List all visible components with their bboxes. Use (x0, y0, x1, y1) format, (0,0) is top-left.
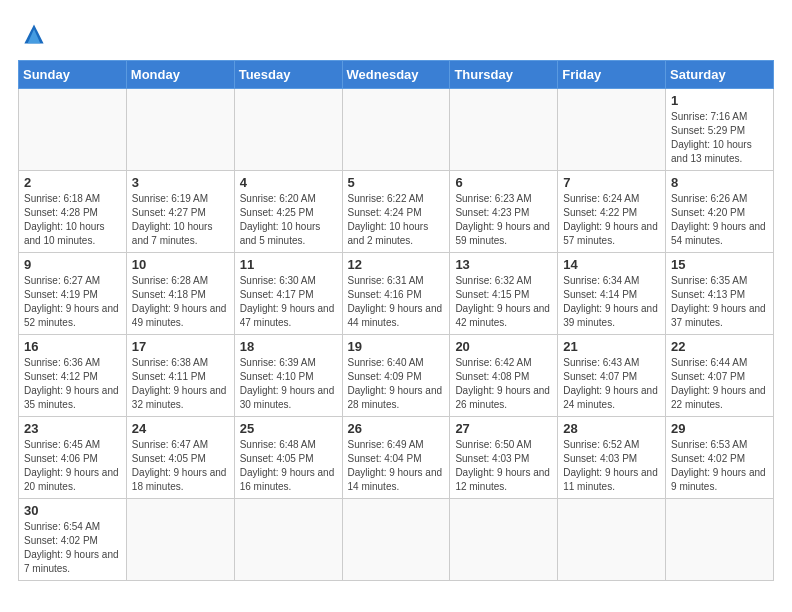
day-number: 7 (563, 175, 660, 190)
day-cell (450, 89, 558, 171)
day-info: Sunrise: 6:28 AM Sunset: 4:18 PM Dayligh… (132, 274, 229, 330)
day-info: Sunrise: 6:36 AM Sunset: 4:12 PM Dayligh… (24, 356, 121, 412)
day-number: 20 (455, 339, 552, 354)
day-info: Sunrise: 6:52 AM Sunset: 4:03 PM Dayligh… (563, 438, 660, 494)
day-cell: 26Sunrise: 6:49 AM Sunset: 4:04 PM Dayli… (342, 417, 450, 499)
day-info: Sunrise: 6:23 AM Sunset: 4:23 PM Dayligh… (455, 192, 552, 248)
day-cell: 19Sunrise: 6:40 AM Sunset: 4:09 PM Dayli… (342, 335, 450, 417)
weekday-header-row: SundayMondayTuesdayWednesdayThursdayFrid… (19, 61, 774, 89)
day-cell: 24Sunrise: 6:47 AM Sunset: 4:05 PM Dayli… (126, 417, 234, 499)
day-cell: 23Sunrise: 6:45 AM Sunset: 4:06 PM Dayli… (19, 417, 127, 499)
day-cell: 10Sunrise: 6:28 AM Sunset: 4:18 PM Dayli… (126, 253, 234, 335)
weekday-header-tuesday: Tuesday (234, 61, 342, 89)
day-cell (342, 89, 450, 171)
day-info: Sunrise: 6:38 AM Sunset: 4:11 PM Dayligh… (132, 356, 229, 412)
day-number: 9 (24, 257, 121, 272)
header (18, 18, 774, 50)
day-cell: 2Sunrise: 6:18 AM Sunset: 4:28 PM Daylig… (19, 171, 127, 253)
weekday-header-friday: Friday (558, 61, 666, 89)
day-info: Sunrise: 6:45 AM Sunset: 4:06 PM Dayligh… (24, 438, 121, 494)
day-cell: 1Sunrise: 7:16 AM Sunset: 5:29 PM Daylig… (666, 89, 774, 171)
day-info: Sunrise: 6:49 AM Sunset: 4:04 PM Dayligh… (348, 438, 445, 494)
day-info: Sunrise: 6:53 AM Sunset: 4:02 PM Dayligh… (671, 438, 768, 494)
day-number: 3 (132, 175, 229, 190)
day-number: 11 (240, 257, 337, 272)
day-cell: 6Sunrise: 6:23 AM Sunset: 4:23 PM Daylig… (450, 171, 558, 253)
day-number: 17 (132, 339, 229, 354)
day-number: 18 (240, 339, 337, 354)
day-number: 8 (671, 175, 768, 190)
day-info: Sunrise: 6:27 AM Sunset: 4:19 PM Dayligh… (24, 274, 121, 330)
day-number: 25 (240, 421, 337, 436)
weekday-header-thursday: Thursday (450, 61, 558, 89)
day-number: 10 (132, 257, 229, 272)
day-info: Sunrise: 6:26 AM Sunset: 4:20 PM Dayligh… (671, 192, 768, 248)
day-info: Sunrise: 6:48 AM Sunset: 4:05 PM Dayligh… (240, 438, 337, 494)
day-number: 13 (455, 257, 552, 272)
day-cell (234, 499, 342, 581)
week-row-3: 9Sunrise: 6:27 AM Sunset: 4:19 PM Daylig… (19, 253, 774, 335)
day-number: 22 (671, 339, 768, 354)
day-info: Sunrise: 6:31 AM Sunset: 4:16 PM Dayligh… (348, 274, 445, 330)
week-row-5: 23Sunrise: 6:45 AM Sunset: 4:06 PM Dayli… (19, 417, 774, 499)
week-row-2: 2Sunrise: 6:18 AM Sunset: 4:28 PM Daylig… (19, 171, 774, 253)
day-number: 23 (24, 421, 121, 436)
day-cell (126, 499, 234, 581)
day-info: Sunrise: 6:44 AM Sunset: 4:07 PM Dayligh… (671, 356, 768, 412)
day-cell: 22Sunrise: 6:44 AM Sunset: 4:07 PM Dayli… (666, 335, 774, 417)
day-number: 30 (24, 503, 121, 518)
weekday-header-saturday: Saturday (666, 61, 774, 89)
day-info: Sunrise: 6:39 AM Sunset: 4:10 PM Dayligh… (240, 356, 337, 412)
day-info: Sunrise: 6:42 AM Sunset: 4:08 PM Dayligh… (455, 356, 552, 412)
day-cell: 3Sunrise: 6:19 AM Sunset: 4:27 PM Daylig… (126, 171, 234, 253)
week-row-6: 30Sunrise: 6:54 AM Sunset: 4:02 PM Dayli… (19, 499, 774, 581)
day-number: 26 (348, 421, 445, 436)
calendar: SundayMondayTuesdayWednesdayThursdayFrid… (18, 60, 774, 581)
day-info: Sunrise: 6:19 AM Sunset: 4:27 PM Dayligh… (132, 192, 229, 248)
day-number: 27 (455, 421, 552, 436)
day-cell: 16Sunrise: 6:36 AM Sunset: 4:12 PM Dayli… (19, 335, 127, 417)
day-cell: 17Sunrise: 6:38 AM Sunset: 4:11 PM Dayli… (126, 335, 234, 417)
day-number: 29 (671, 421, 768, 436)
day-cell: 20Sunrise: 6:42 AM Sunset: 4:08 PM Dayli… (450, 335, 558, 417)
week-row-4: 16Sunrise: 6:36 AM Sunset: 4:12 PM Dayli… (19, 335, 774, 417)
day-info: Sunrise: 6:43 AM Sunset: 4:07 PM Dayligh… (563, 356, 660, 412)
day-info: Sunrise: 6:30 AM Sunset: 4:17 PM Dayligh… (240, 274, 337, 330)
day-info: Sunrise: 6:18 AM Sunset: 4:28 PM Dayligh… (24, 192, 121, 248)
day-info: Sunrise: 6:54 AM Sunset: 4:02 PM Dayligh… (24, 520, 121, 576)
logo (18, 18, 54, 50)
day-cell: 13Sunrise: 6:32 AM Sunset: 4:15 PM Dayli… (450, 253, 558, 335)
day-cell: 11Sunrise: 6:30 AM Sunset: 4:17 PM Dayli… (234, 253, 342, 335)
day-number: 15 (671, 257, 768, 272)
logo-icon (18, 18, 50, 50)
day-cell: 28Sunrise: 6:52 AM Sunset: 4:03 PM Dayli… (558, 417, 666, 499)
day-cell (558, 499, 666, 581)
day-cell: 8Sunrise: 6:26 AM Sunset: 4:20 PM Daylig… (666, 171, 774, 253)
day-number: 12 (348, 257, 445, 272)
day-cell: 25Sunrise: 6:48 AM Sunset: 4:05 PM Dayli… (234, 417, 342, 499)
day-cell: 21Sunrise: 6:43 AM Sunset: 4:07 PM Dayli… (558, 335, 666, 417)
day-number: 2 (24, 175, 121, 190)
day-cell: 18Sunrise: 6:39 AM Sunset: 4:10 PM Dayli… (234, 335, 342, 417)
day-number: 24 (132, 421, 229, 436)
weekday-header-sunday: Sunday (19, 61, 127, 89)
day-cell (558, 89, 666, 171)
day-cell (342, 499, 450, 581)
day-number: 28 (563, 421, 660, 436)
day-cell: 7Sunrise: 6:24 AM Sunset: 4:22 PM Daylig… (558, 171, 666, 253)
day-cell: 5Sunrise: 6:22 AM Sunset: 4:24 PM Daylig… (342, 171, 450, 253)
day-info: Sunrise: 6:40 AM Sunset: 4:09 PM Dayligh… (348, 356, 445, 412)
day-info: Sunrise: 7:16 AM Sunset: 5:29 PM Dayligh… (671, 110, 768, 166)
page: SundayMondayTuesdayWednesdayThursdayFrid… (0, 0, 792, 591)
weekday-header-monday: Monday (126, 61, 234, 89)
day-info: Sunrise: 6:32 AM Sunset: 4:15 PM Dayligh… (455, 274, 552, 330)
day-info: Sunrise: 6:22 AM Sunset: 4:24 PM Dayligh… (348, 192, 445, 248)
day-cell: 29Sunrise: 6:53 AM Sunset: 4:02 PM Dayli… (666, 417, 774, 499)
day-cell: 15Sunrise: 6:35 AM Sunset: 4:13 PM Dayli… (666, 253, 774, 335)
day-info: Sunrise: 6:47 AM Sunset: 4:05 PM Dayligh… (132, 438, 229, 494)
day-number: 14 (563, 257, 660, 272)
day-number: 21 (563, 339, 660, 354)
day-cell (450, 499, 558, 581)
day-cell (19, 89, 127, 171)
day-number: 4 (240, 175, 337, 190)
